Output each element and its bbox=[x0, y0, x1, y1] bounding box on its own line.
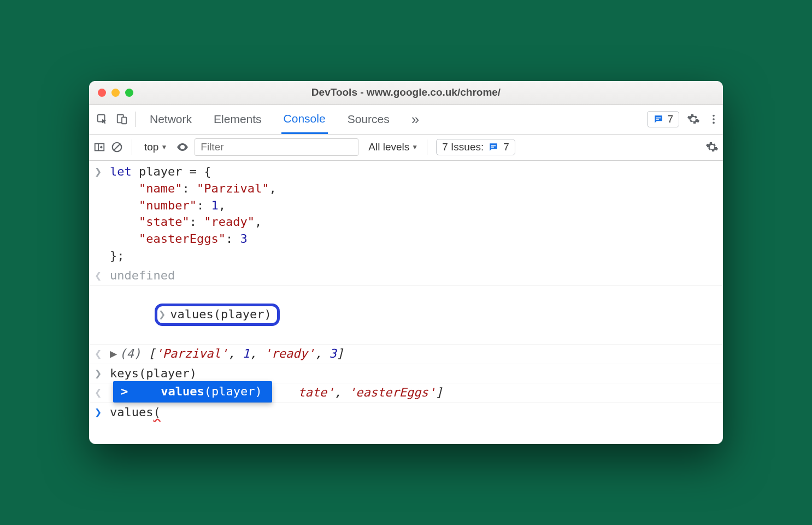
titlebar: DevTools - www.google.co.uk/chrome/ bbox=[89, 81, 723, 105]
tab-network[interactable]: Network bbox=[148, 105, 194, 134]
console-output-row: undefined bbox=[89, 266, 723, 285]
gutter-spacer bbox=[95, 287, 110, 343]
highlight-annotation: ❯values(player) bbox=[155, 304, 280, 326]
message-icon bbox=[488, 142, 499, 153]
tab-sources[interactable]: Sources bbox=[345, 105, 392, 134]
code-line: let player = { "name": "Parzival", "numb… bbox=[110, 164, 715, 265]
output-chevron-icon bbox=[95, 267, 110, 284]
tab-elements[interactable]: Elements bbox=[211, 105, 264, 134]
messages-count: 7 bbox=[667, 113, 673, 125]
autocomplete-suggestion[interactable]: >values(player) bbox=[113, 381, 272, 402]
svg-rect-12 bbox=[491, 147, 494, 148]
live-expression-eye-icon[interactable] bbox=[176, 141, 189, 154]
live-input[interactable]: values( bbox=[110, 404, 715, 421]
svg-rect-2 bbox=[122, 118, 126, 124]
console-live-input-row[interactable]: values( bbox=[89, 402, 723, 422]
output-chevron-icon bbox=[95, 346, 110, 363]
settings-gear-icon[interactable] bbox=[687, 113, 700, 126]
console-filter-bar: top ▼ All levels ▼ 7 Issues: 7 bbox=[89, 135, 723, 161]
clear-console-icon[interactable] bbox=[111, 141, 123, 153]
inspect-element-icon[interactable] bbox=[92, 113, 112, 125]
console-output-row[interactable]: ▶(4) ['name', 'number', 'state', 'easter… bbox=[89, 383, 723, 402]
messages-pill[interactable]: 7 bbox=[647, 111, 679, 127]
console-sidebar-toggle-icon[interactable] bbox=[93, 141, 105, 153]
svg-rect-11 bbox=[491, 145, 496, 147]
undefined-output: undefined bbox=[110, 267, 715, 284]
input-chevron-icon bbox=[95, 365, 110, 382]
kebab-menu-icon[interactable] bbox=[708, 113, 720, 125]
levels-label: All levels bbox=[368, 141, 409, 153]
message-icon bbox=[653, 114, 664, 125]
console-output[interactable]: let player = { "name": "Parzival", "numb… bbox=[89, 161, 723, 444]
device-toolbar-icon[interactable] bbox=[112, 113, 132, 125]
chevron-down-icon: ▼ bbox=[161, 143, 167, 151]
svg-point-10 bbox=[181, 146, 184, 148]
separator bbox=[132, 139, 132, 155]
filter-input[interactable] bbox=[195, 138, 358, 156]
context-label: top bbox=[144, 141, 158, 153]
svg-point-5 bbox=[713, 115, 715, 117]
array-output: ▶(4) ['Parzival', 1, 'ready', 3] bbox=[110, 346, 715, 363]
window-title: DevTools - www.google.co.uk/chrome/ bbox=[89, 86, 723, 98]
issues-count: 7 bbox=[503, 141, 509, 153]
context-selector[interactable]: top ▼ bbox=[141, 141, 170, 153]
tab-console[interactable]: Console bbox=[281, 105, 328, 134]
svg-rect-3 bbox=[656, 118, 661, 119]
console-settings-gear-icon[interactable] bbox=[705, 141, 719, 154]
input-chevron-icon bbox=[95, 164, 110, 265]
toolbar-right-group: 7 bbox=[647, 111, 720, 127]
issues-label: 7 Issues: bbox=[442, 141, 484, 153]
console-input-row: let player = { "name": "Parzival", "numb… bbox=[89, 162, 723, 266]
console-input-row-highlighted: ❯values(player) bbox=[89, 285, 723, 344]
expand-caret-icon[interactable]: ▶ bbox=[110, 346, 117, 363]
log-levels-selector[interactable]: All levels ▼ bbox=[368, 141, 418, 153]
filter-input-wrap bbox=[195, 138, 358, 156]
main-toolbar: Network Elements Console Sources » 7 bbox=[89, 105, 723, 135]
svg-rect-4 bbox=[656, 119, 659, 120]
svg-point-6 bbox=[713, 119, 715, 121]
code-line: keys(player) bbox=[110, 365, 715, 382]
separator bbox=[135, 112, 136, 127]
suggestion-chevron-icon: > bbox=[121, 384, 128, 398]
console-output-row[interactable]: ▶(4) ['Parzival', 1, 'ready', 3] bbox=[89, 344, 723, 364]
panel-tabs: Network Elements Console Sources » bbox=[148, 105, 421, 134]
svg-point-7 bbox=[713, 122, 715, 124]
chevron-down-icon: ▼ bbox=[411, 143, 418, 151]
prompt-chevron-icon bbox=[95, 404, 110, 421]
issues-pill[interactable]: 7 Issues: 7 bbox=[436, 139, 515, 155]
devtools-window: DevTools - www.google.co.uk/chrome/ Netw… bbox=[89, 81, 723, 444]
separator bbox=[427, 139, 427, 155]
tab-overflow-icon[interactable]: » bbox=[409, 105, 421, 134]
output-chevron-icon bbox=[95, 384, 110, 401]
console-input-row: keys(player) bbox=[89, 364, 723, 383]
